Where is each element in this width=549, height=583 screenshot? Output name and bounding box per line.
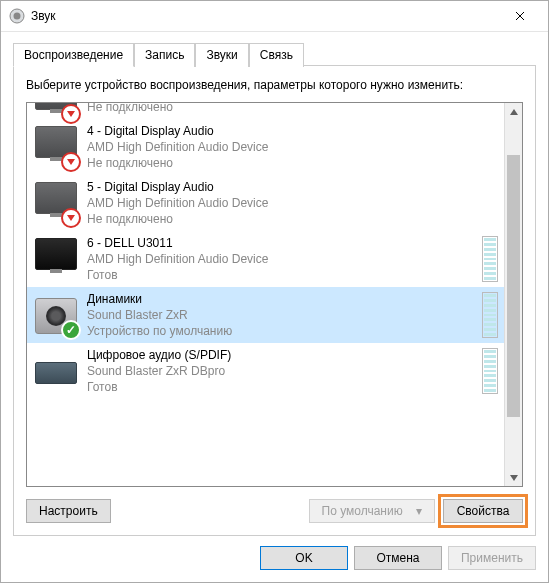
monitor-icon xyxy=(33,103,79,122)
disconnected-badge-icon xyxy=(61,152,81,172)
configure-button[interactable]: Настроить xyxy=(26,499,111,523)
device-status: Готов xyxy=(87,267,476,283)
device-driver: Sound Blaster ZxR DBpro xyxy=(87,363,476,379)
device-title: Динамики xyxy=(87,291,476,307)
device-list-viewport: AMD High Definition Audio DeviceНе подкл… xyxy=(27,103,504,486)
device-title: Цифровое аудио (S/PDIF) xyxy=(87,347,476,363)
monitor-icon xyxy=(33,124,79,170)
speaker-icon: ✓ xyxy=(33,292,79,338)
spdif-icon xyxy=(33,348,79,394)
level-meter xyxy=(482,236,498,282)
disconnected-badge-icon xyxy=(61,104,81,124)
close-icon xyxy=(515,11,525,21)
monitor-dark-icon xyxy=(33,236,79,282)
scroll-track[interactable] xyxy=(505,120,522,469)
apply-button: Применить xyxy=(448,546,536,570)
scroll-thumb[interactable] xyxy=(507,155,520,417)
device-item[interactable]: 6 - DELL U3011AMD High Definition Audio … xyxy=(27,231,504,287)
close-button[interactable] xyxy=(500,2,540,30)
scroll-up-button[interactable] xyxy=(505,103,522,120)
cancel-button[interactable]: Отмена xyxy=(354,546,442,570)
titlebar: Звук xyxy=(1,1,548,32)
dropdown-icon: ▾ xyxy=(416,504,422,518)
device-status: Не подключено xyxy=(87,211,498,227)
chevron-down-icon xyxy=(510,475,518,481)
instruction-text: Выберите устройство воспроизведения, пар… xyxy=(26,78,523,92)
disconnected-badge-icon xyxy=(61,208,81,228)
device-driver: Sound Blaster ZxR xyxy=(87,307,476,323)
device-item[interactable]: AMD High Definition Audio DeviceНе подкл… xyxy=(27,103,504,119)
svg-point-1 xyxy=(14,13,21,20)
level-meter xyxy=(482,292,498,338)
dialog-footer: OK Отмена Применить xyxy=(1,536,548,582)
app-icon xyxy=(9,8,25,24)
device-status: Не подключено xyxy=(87,155,498,171)
tab-0[interactable]: Воспроизведение xyxy=(13,43,134,67)
chevron-up-icon xyxy=(510,109,518,115)
device-status: Устройство по умолчанию xyxy=(87,323,476,339)
device-item[interactable]: 4 - Digital Display AudioAMD High Defini… xyxy=(27,119,504,175)
tab-1[interactable]: Запись xyxy=(134,43,195,67)
device-item[interactable]: ✓ДинамикиSound Blaster ZxRУстройство по … xyxy=(27,287,504,343)
scrollbar[interactable] xyxy=(504,103,522,486)
set-default-button: По умолчанию ▾ xyxy=(309,499,436,523)
device-item[interactable]: 5 - Digital Display AudioAMD High Defini… xyxy=(27,175,504,231)
device-title: 4 - Digital Display Audio xyxy=(87,123,498,139)
device-status: Готов xyxy=(87,379,476,395)
monitor-icon xyxy=(33,180,79,226)
tabstrip: ВоспроизведениеЗаписьЗвукиСвязь xyxy=(13,42,536,66)
device-driver: AMD High Definition Audio Device xyxy=(87,195,498,211)
device-driver: AMD High Definition Audio Device xyxy=(87,139,498,155)
level-meter xyxy=(482,348,498,394)
panel-button-row: Настроить По умолчанию ▾ Свойства xyxy=(26,499,523,523)
device-item[interactable]: Цифровое аудио (S/PDIF)Sound Blaster ZxR… xyxy=(27,343,504,399)
playback-panel: Выберите устройство воспроизведения, пар… xyxy=(13,65,536,536)
device-driver: AMD High Definition Audio Device xyxy=(87,251,476,267)
scroll-down-button[interactable] xyxy=(505,469,522,486)
window-title: Звук xyxy=(31,9,500,23)
device-title: 5 - Digital Display Audio xyxy=(87,179,498,195)
device-list: AMD High Definition Audio DeviceНе подкл… xyxy=(26,102,523,487)
sound-dialog: Звук ВоспроизведениеЗаписьЗвукиСвязь Выб… xyxy=(0,0,549,583)
device-status: Не подключено xyxy=(87,103,498,115)
tab-3[interactable]: Связь xyxy=(249,43,304,67)
ok-button[interactable]: OK xyxy=(260,546,348,570)
default-badge-icon: ✓ xyxy=(61,320,81,340)
tab-2[interactable]: Звуки xyxy=(195,43,248,67)
properties-button[interactable]: Свойства xyxy=(443,499,523,523)
device-title: 6 - DELL U3011 xyxy=(87,235,476,251)
